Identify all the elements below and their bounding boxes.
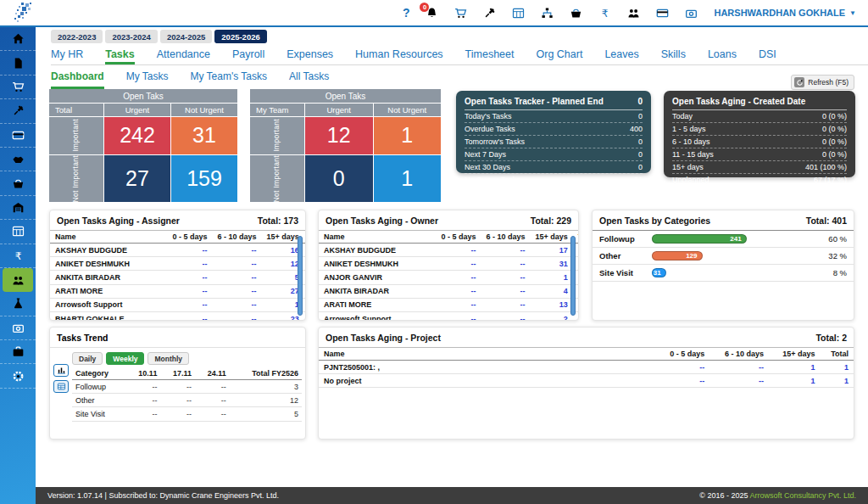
sidebar-nav bbox=[0, 27, 36, 504]
matrix-row-not-important: Not Important bbox=[250, 155, 304, 202]
sidebar-item-payments[interactable] bbox=[0, 124, 36, 148]
table-row: Site Visit -- -- -- 5 bbox=[72, 407, 302, 421]
table-view-button[interactable] bbox=[53, 380, 69, 393]
sub-tab[interactable]: My Tasks bbox=[126, 70, 169, 89]
refresh-button[interactable]: Refresh (F5) bbox=[791, 75, 854, 90]
sidebar-item-legal[interactable] bbox=[0, 99, 36, 123]
sidebar-item-home[interactable] bbox=[0, 27, 36, 51]
team-icon[interactable] bbox=[627, 7, 640, 20]
table-scrollbar[interactable] bbox=[298, 236, 303, 316]
trend-view-toggle[interactable]: Weekly bbox=[106, 352, 144, 365]
module-tab[interactable]: My HR bbox=[51, 48, 83, 64]
tracker-row[interactable]: Tomorrow's Tasks 0 bbox=[465, 136, 643, 148]
sidebar-item-finance[interactable] bbox=[0, 244, 36, 268]
module-tab[interactable]: Leaves bbox=[604, 48, 638, 64]
sidebar-item-hr-active[interactable] bbox=[3, 268, 33, 292]
flask-icon bbox=[12, 297, 25, 310]
column-header: Total FY2526 bbox=[230, 367, 302, 380]
cell-not-important-not-urgent[interactable]: 159 bbox=[171, 155, 237, 202]
year-tab[interactable]: 2022-2023 bbox=[51, 30, 103, 43]
sidebar-item-media[interactable] bbox=[0, 316, 36, 340]
category-bar[interactable]: 31 bbox=[652, 268, 666, 277]
sitemap-icon[interactable] bbox=[541, 7, 554, 20]
module-tab[interactable]: Expenses bbox=[287, 48, 333, 64]
sidebar-item-store[interactable] bbox=[0, 171, 36, 195]
year-tab[interactable]: 2023-2024 bbox=[105, 30, 157, 43]
tracker-row[interactable]: Next 30 Days 0 bbox=[465, 161, 643, 174]
cell-important-urgent[interactable]: 242 bbox=[104, 117, 170, 154]
cart-icon bbox=[12, 81, 25, 93]
table-row: No project -- -- 1 1 bbox=[319, 374, 854, 388]
sidebar-item-lab[interactable] bbox=[0, 292, 36, 316]
module-tab[interactable]: Tasks bbox=[105, 48, 135, 64]
camera-icon[interactable] bbox=[685, 7, 698, 20]
category-bar[interactable]: 241 bbox=[652, 234, 747, 244]
aging-row[interactable]: 15+ days 401 (100 %) bbox=[672, 161, 847, 174]
tracker-row[interactable]: No Owner Tasks 51 bbox=[465, 174, 643, 187]
table-row: Followup -- -- -- 3 bbox=[72, 380, 302, 394]
sub-tab[interactable]: My Team's Tasks bbox=[190, 70, 267, 89]
tracker-row[interactable]: Next 7 Days 0 bbox=[465, 148, 643, 161]
category-bar[interactable]: 129 bbox=[652, 251, 703, 260]
chart-view-button[interactable] bbox=[53, 364, 69, 377]
spreadsheet-icon[interactable] bbox=[512, 7, 525, 20]
card-icon[interactable] bbox=[656, 7, 669, 20]
sidebar-item-jobs[interactable] bbox=[0, 340, 36, 364]
sub-tab[interactable]: All Tasks bbox=[289, 70, 329, 89]
cell-important-not-urgent[interactable]: 31 bbox=[171, 117, 237, 154]
aging-row[interactable]: 11 - 15 days 0 (0 %) bbox=[672, 148, 847, 161]
tracker-row[interactable]: Today's Tasks 0 bbox=[465, 110, 643, 123]
sidebar-item-documents[interactable] bbox=[0, 51, 36, 75]
module-tab[interactable]: Attendance bbox=[157, 48, 210, 64]
table-scrollbar[interactable] bbox=[570, 236, 576, 316]
help-icon[interactable]: ? bbox=[403, 6, 410, 20]
aging-row[interactable]: 1 - 5 days 0 (0 %) bbox=[672, 123, 847, 136]
aging-row[interactable]: Unallocated 51 (13 %) bbox=[672, 187, 847, 199]
trend-view-toggle[interactable]: Monthly bbox=[147, 352, 189, 365]
cell-not-important-urgent[interactable]: 27 bbox=[104, 155, 170, 202]
module-tab[interactable]: Org Chart bbox=[537, 48, 583, 64]
column-header: 10.11 bbox=[126, 367, 161, 380]
gavel-icon[interactable] bbox=[483, 7, 496, 20]
year-tab[interactable]: 2024-2025 bbox=[160, 30, 212, 43]
panel-title: Tasks Trend bbox=[50, 328, 305, 348]
sidebar-item-partners[interactable] bbox=[0, 148, 36, 171]
cell-important-urgent[interactable]: 12 bbox=[305, 117, 373, 154]
aging-row[interactable]: Today 0 (0 %) bbox=[672, 110, 847, 123]
matrix-title: Open Taks bbox=[250, 89, 441, 103]
module-tab[interactable]: DSI bbox=[759, 48, 776, 64]
card-icon bbox=[12, 129, 25, 142]
footer-brand-link[interactable]: Arrowsoft Consultancy Pvt. Ltd. bbox=[749, 491, 856, 500]
sidebar-item-inventory[interactable] bbox=[0, 196, 36, 220]
matrix-col-urgent: Urgent bbox=[104, 104, 170, 116]
cart-icon[interactable] bbox=[454, 7, 467, 20]
basket-icon[interactable] bbox=[570, 7, 582, 20]
year-tab[interactable]: 2025-2026 bbox=[214, 30, 266, 43]
trend-view-toggle[interactable]: Daily bbox=[72, 352, 103, 365]
sidebar-item-reports[interactable] bbox=[0, 220, 36, 244]
user-name: HARSHWARDHAN GOKHALE bbox=[714, 8, 845, 18]
cell-not-important-urgent[interactable]: 0 bbox=[305, 155, 373, 202]
module-tab[interactable]: Timesheet bbox=[465, 48, 515, 64]
column-header: 6 - 10 days bbox=[709, 348, 769, 361]
table-row: ANJOR GANVIR -- -- 1 1 bbox=[319, 271, 579, 284]
bell-icon[interactable]: 0 bbox=[426, 7, 438, 20]
module-tab[interactable]: Human Resources bbox=[355, 48, 443, 64]
rupee-icon[interactable] bbox=[598, 7, 611, 20]
module-tab[interactable]: Skills bbox=[661, 48, 686, 64]
cell-not-important-not-urgent[interactable]: 1 bbox=[374, 155, 442, 202]
user-menu[interactable]: HARSHWARDHAN GOKHALE ▼ bbox=[714, 8, 856, 18]
module-tab[interactable]: Payroll bbox=[232, 48, 264, 64]
aging-row[interactable]: 6 - 10 days 0 (0 %) bbox=[672, 136, 847, 148]
cell-important-not-urgent[interactable]: 1 bbox=[374, 117, 442, 154]
sub-tab[interactable]: Dashboard bbox=[51, 70, 104, 89]
footer-copyright: © 2016 - 2025 Arrowsoft Consultancy Pvt.… bbox=[699, 491, 856, 500]
sidebar-item-settings[interactable] bbox=[0, 364, 36, 388]
tracker-row[interactable]: Overdue Tasks 400 bbox=[465, 123, 643, 136]
topbar-actions: ? 0 HARSHWARDHAN GOKHALE ▼ bbox=[403, 0, 856, 25]
refresh-icon bbox=[794, 77, 804, 87]
sidebar-item-purchases[interactable] bbox=[0, 76, 36, 99]
category-row: Other 129 32 % bbox=[593, 248, 854, 265]
aging-row[interactable]: Unplanned 67 (17 %) bbox=[672, 174, 847, 187]
module-tab[interactable]: Loans bbox=[708, 48, 737, 64]
